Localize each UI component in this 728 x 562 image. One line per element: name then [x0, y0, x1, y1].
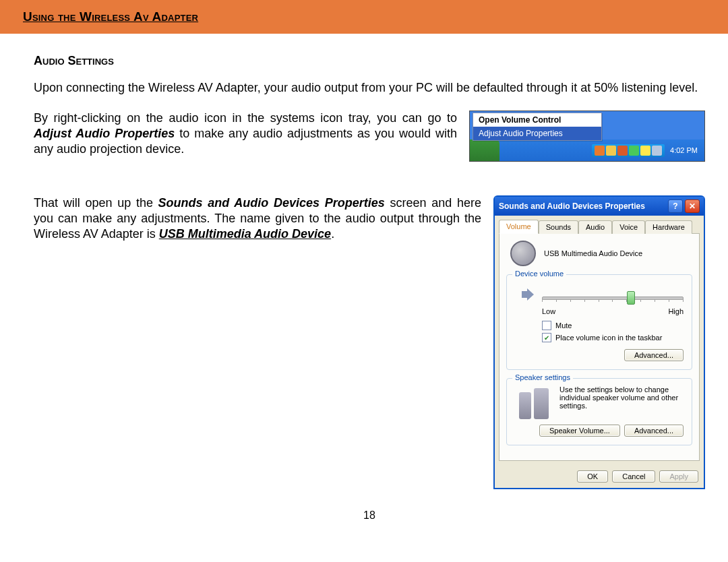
label-low: Low: [542, 307, 555, 315]
paragraph-1: Upon connecting the Wireless AV Adapter,…: [34, 80, 705, 96]
ok-button[interactable]: OK: [577, 470, 608, 482]
content-area: Audio Settings Upon connecting the Wirel…: [0, 34, 728, 530]
device-volume-legend: Device volume: [512, 270, 566, 278]
dialog-body: USB Multimedia Audio Device Device volum…: [499, 233, 700, 461]
tray-icon[interactable]: [629, 146, 639, 156]
paragraph-2: By right-clicking on the audio icon in t…: [34, 111, 457, 162]
dialog-title: Sounds and Audio Devices Properties: [499, 201, 666, 211]
close-button[interactable]: ✕: [685, 199, 700, 213]
device-volume-group: Device volume Low High: [506, 274, 692, 370]
volume-speaker-icon: [519, 284, 539, 305]
volume-slider[interactable]: [542, 290, 684, 305]
ctx-item-open-volume[interactable]: Open Volume Control: [473, 113, 601, 127]
volume-icon[interactable]: [652, 146, 662, 156]
tray-icon[interactable]: [617, 146, 628, 156]
start-button[interactable]: [470, 139, 499, 161]
p2-bolded: Adjust Audio Properties: [34, 127, 175, 140]
p3-text-e: .: [331, 227, 334, 241]
advanced-speaker-button[interactable]: Advanced...: [624, 425, 684, 437]
p2-text-a: By right-clicking on the audio icon in t…: [34, 111, 457, 125]
slider-thumb[interactable]: [627, 291, 635, 305]
p3-bold-1: Sounds and Audio Devices Properties: [158, 196, 385, 210]
speaker-settings-text: Use the settings below to change individ…: [559, 385, 684, 419]
device-row: USB Multimedia Audio Device: [510, 241, 692, 266]
p3-text-a: That will open up the: [34, 196, 158, 210]
taskbar-icon-checkbox[interactable]: ✔: [542, 333, 551, 342]
help-button[interactable]: ?: [668, 199, 683, 213]
taskbar-icon-label: Place volume icon in the taskbar: [555, 334, 662, 342]
tab-volume[interactable]: Volume: [499, 220, 539, 234]
tray-icon[interactable]: [640, 146, 650, 156]
tab-strip: Volume Sounds Audio Voice Hardware: [495, 216, 704, 233]
tab-hardware[interactable]: Hardware: [645, 220, 692, 234]
context-menu-screenshot: Open Volume Control Adjust Audio Propert…: [469, 111, 705, 162]
audio-properties-dialog: Sounds and Audio Devices Properties ? ✕ …: [493, 195, 705, 489]
speaker-icon: [510, 241, 536, 266]
tab-sounds[interactable]: Sounds: [539, 220, 578, 234]
context-menu: Open Volume Control Adjust Audio Propert…: [473, 113, 602, 141]
tab-audio[interactable]: Audio: [578, 220, 612, 234]
tray-icon[interactable]: [595, 146, 605, 156]
speakers-icon: [515, 385, 553, 419]
speaker-settings-legend: Speaker settings: [512, 373, 573, 381]
section-heading: Audio Settings: [34, 54, 705, 68]
paragraph-3: That will open up the Sounds and Audio D…: [34, 195, 481, 242]
speaker-settings-group: Speaker settings Use the settings below …: [506, 378, 692, 445]
tray-icon[interactable]: [606, 146, 616, 156]
speaker-volume-button[interactable]: Speaker Volume...: [539, 425, 620, 437]
page-title: Using the Wireless Av Adapter: [23, 9, 198, 24]
system-tray: [592, 144, 665, 157]
clock: 4:02 PM: [667, 146, 700, 154]
advanced-volume-button[interactable]: Advanced...: [624, 349, 684, 361]
dialog-titlebar: Sounds and Audio Devices Properties ? ✕: [495, 197, 704, 216]
header-bar: Using the Wireless Av Adapter: [0, 0, 728, 34]
cancel-button[interactable]: Cancel: [612, 470, 655, 482]
apply-button[interactable]: Apply: [659, 470, 698, 482]
tab-voice[interactable]: Voice: [612, 220, 645, 234]
p3-bold-underline: USB Multimedia Audio Device: [159, 227, 331, 241]
device-name: USB Multimedia Audio Device: [544, 249, 642, 257]
dialog-footer: OK Cancel Apply: [495, 465, 704, 488]
page-number: 18: [34, 509, 705, 530]
label-high: High: [668, 307, 684, 315]
mute-label: Mute: [555, 321, 572, 330]
ctx-item-adjust-audio[interactable]: Adjust Audio Properties: [473, 127, 601, 140]
taskbar: 4:02 PM: [470, 139, 704, 161]
mute-checkbox[interactable]: [542, 321, 551, 330]
